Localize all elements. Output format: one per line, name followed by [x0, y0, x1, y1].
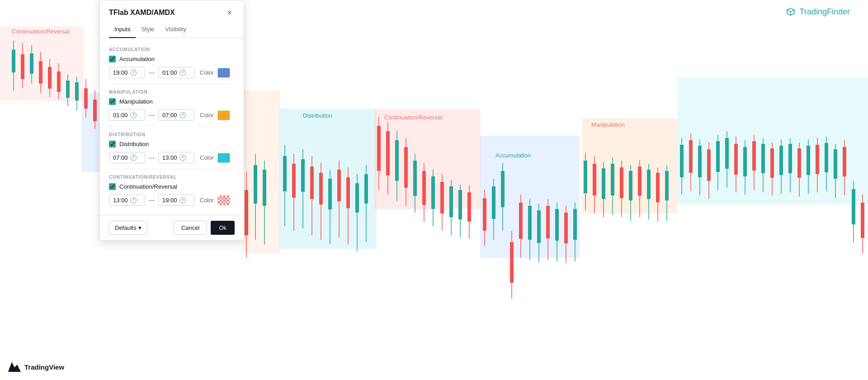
- manipulation-label: MANIPULATION: [109, 90, 235, 95]
- svg-rect-89: [573, 209, 577, 240]
- svg-rect-117: [707, 149, 711, 181]
- svg-rect-81: [537, 210, 541, 243]
- manipulation-color-label: Color: [200, 112, 214, 119]
- accumulation-checkbox[interactable]: [109, 56, 116, 62]
- accumulation-end-time[interactable]: 01:00 🕐: [158, 67, 194, 78]
- manipulation-section: MANIPULATION Manipulation 01:00 🕐 — 07:0…: [109, 90, 235, 121]
- continuation-end-time[interactable]: 19:00 🕐: [158, 195, 194, 206]
- svg-rect-83: [546, 206, 550, 238]
- dash-dist: —: [149, 154, 155, 161]
- modal-body: ACCUMULATION Accumulation 19:00 🕐 — 01:0…: [100, 38, 244, 215]
- clock-icon-dist-end: 🕐: [179, 154, 186, 161]
- svg-rect-75: [510, 242, 514, 283]
- svg-rect-123: [734, 144, 738, 175]
- svg-rect-77: [519, 203, 523, 239]
- svg-rect-125: [743, 147, 747, 176]
- accumulation-checkbox-label: Accumulation: [119, 56, 155, 62]
- accumulation-checkbox-row: Accumulation: [109, 56, 235, 62]
- chevron-down-icon: ▾: [138, 224, 142, 231]
- clock-icon-dist-start: 🕐: [130, 154, 137, 161]
- accumulation-time-row: 19:00 🕐 — 01:00 🕐 Color: [109, 67, 235, 78]
- svg-rect-139: [807, 146, 810, 175]
- svg-rect-5: [30, 53, 33, 74]
- svg-rect-7: [39, 61, 42, 84]
- dash-cont: —: [149, 197, 155, 204]
- svg-rect-13: [66, 81, 70, 98]
- manipulation-color-swatch[interactable]: [217, 110, 230, 120]
- manipulation-end-time[interactable]: 07:00 🕐: [158, 109, 194, 121]
- tradingfinder-name: TradingFinder: [800, 7, 850, 17]
- svg-rect-147: [843, 147, 846, 176]
- manipulation-checkbox-label: Manipulation: [119, 98, 153, 105]
- svg-rect-9: [48, 67, 52, 89]
- tab-inputs[interactable]: Inputs: [109, 22, 136, 38]
- modal-footer: Defaults ▾ Cancel Ok: [100, 215, 244, 240]
- continuation-color-label: Color: [200, 197, 214, 204]
- svg-rect-37: [328, 179, 332, 209]
- clock-icon-cont-start: 🕐: [130, 197, 137, 204]
- svg-rect-3: [21, 54, 24, 79]
- modal-title: TFlab XAMD/AMDX: [109, 9, 175, 17]
- svg-rect-17: [84, 88, 88, 109]
- accumulation-section: ACCUMULATION Accumulation 19:00 🕐 — 01:0…: [109, 47, 235, 78]
- manipulation-time-row: 01:00 🕐 — 07:00 🕐 Color: [109, 109, 235, 121]
- settings-modal: TFlab XAMD/AMDX × Inputs Style Visibilit…: [99, 0, 244, 241]
- distribution-checkbox-row: Distribution: [109, 141, 235, 147]
- svg-rect-121: [725, 138, 729, 169]
- manipulation-checkbox[interactable]: [109, 98, 116, 105]
- cancel-button[interactable]: Cancel: [174, 221, 207, 235]
- svg-rect-25: [263, 170, 266, 206]
- svg-rect-85: [555, 209, 559, 241]
- svg-rect-109: [665, 171, 669, 200]
- continuation-checkbox[interactable]: [109, 183, 116, 190]
- svg-rect-31: [301, 159, 305, 192]
- accumulation-color-label: Color: [200, 69, 214, 76]
- tradingview-logo: TradingView: [8, 362, 64, 372]
- svg-rect-141: [816, 145, 819, 174]
- svg-rect-67: [467, 192, 471, 222]
- distribution-checkbox[interactable]: [109, 141, 116, 147]
- accumulation-start-time[interactable]: 19:00 🕐: [109, 67, 145, 78]
- tab-style[interactable]: Style: [136, 22, 160, 38]
- svg-rect-113: [689, 140, 693, 173]
- continuation-start-time[interactable]: 13:00 🕐: [109, 195, 145, 206]
- svg-rect-23: [254, 165, 257, 204]
- svg-rect-45: [364, 174, 368, 204]
- svg-rect-133: [779, 146, 783, 175]
- svg-rect-1: [12, 50, 15, 72]
- svg-rect-21: [245, 190, 248, 235]
- svg-rect-51: [395, 140, 399, 181]
- svg-rect-105: [647, 170, 651, 199]
- svg-rect-91: [584, 161, 587, 193]
- tradingview-name: TradingView: [24, 363, 64, 371]
- divider-3: [109, 169, 235, 169]
- svg-rect-29: [292, 164, 296, 198]
- dash-acc: —: [149, 69, 155, 76]
- defaults-button[interactable]: Defaults ▾: [109, 221, 147, 235]
- svg-rect-99: [620, 167, 623, 198]
- svg-rect-151: [861, 203, 864, 238]
- svg-rect-53: [404, 147, 408, 188]
- continuation-checkbox-row: Continuation/Reversal: [109, 183, 235, 190]
- distribution-color-swatch[interactable]: [217, 153, 230, 163]
- manipulation-start-time[interactable]: 01:00 🕐: [109, 109, 145, 121]
- ok-button[interactable]: Ok: [211, 221, 235, 235]
- svg-rect-127: [752, 141, 756, 171]
- svg-rect-49: [386, 131, 390, 176]
- continuation-color-swatch[interactable]: [217, 195, 230, 205]
- svg-rect-115: [698, 146, 702, 177]
- tab-visibility[interactable]: Visibility: [160, 22, 192, 38]
- accumulation-color-swatch[interactable]: [217, 68, 230, 78]
- distribution-end-time[interactable]: 13:00 🕐: [158, 152, 194, 163]
- divider-2: [109, 126, 235, 127]
- svg-rect-27: [283, 156, 287, 191]
- svg-rect-93: [593, 164, 596, 195]
- svg-rect-149: [852, 189, 855, 224]
- distribution-start-time[interactable]: 07:00 🕐: [109, 152, 145, 163]
- svg-rect-119: [716, 141, 720, 172]
- svg-rect-143: [825, 143, 828, 172]
- svg-rect-47: [377, 126, 381, 171]
- svg-rect-111: [680, 145, 684, 177]
- clock-icon-man-end: 🕐: [179, 112, 186, 119]
- close-button[interactable]: ×: [224, 8, 235, 18]
